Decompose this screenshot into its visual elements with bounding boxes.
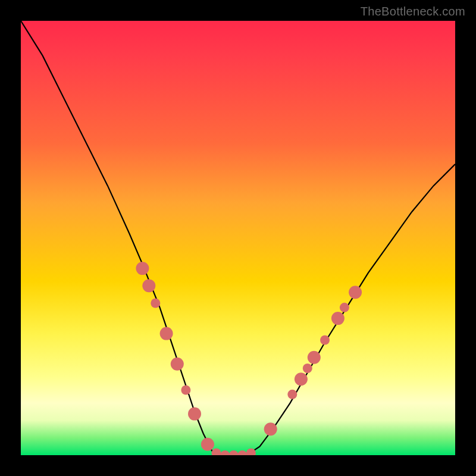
highlight-point bbox=[142, 279, 155, 292]
highlight-point bbox=[201, 438, 214, 451]
highlight-point bbox=[160, 327, 173, 340]
highlight-point bbox=[320, 336, 330, 345]
chart-overlay bbox=[21, 21, 455, 455]
highlight-point bbox=[303, 364, 312, 373]
highlight-point bbox=[171, 358, 184, 371]
highlight-point bbox=[340, 303, 349, 312]
highlight-point bbox=[331, 312, 345, 325]
highlight-point bbox=[237, 450, 247, 455]
highlight-point bbox=[264, 422, 277, 436]
highlight-point bbox=[287, 390, 297, 399]
highlight-point bbox=[349, 286, 362, 299]
highlight-point bbox=[188, 408, 201, 421]
highlight-point bbox=[212, 448, 221, 455]
highlight-point bbox=[229, 450, 239, 455]
bottleneck-curve bbox=[21, 21, 455, 455]
highlight-point bbox=[220, 450, 230, 455]
highlight-point bbox=[308, 351, 321, 364]
highlight-point bbox=[151, 299, 160, 308]
plot-area bbox=[21, 21, 455, 455]
highlight-point bbox=[181, 386, 190, 395]
chart-frame: TheBottleneck.com bbox=[0, 0, 476, 476]
watermark-label: TheBottleneck.com bbox=[361, 5, 465, 18]
highlight-point bbox=[295, 372, 308, 386]
highlight-markers bbox=[136, 262, 362, 455]
highlight-point bbox=[136, 262, 149, 275]
